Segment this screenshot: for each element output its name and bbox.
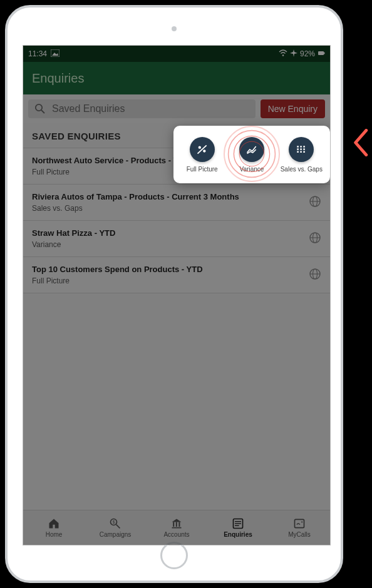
list-item[interactable]: Top 10 Customers Spend on Products - YTD…	[23, 256, 330, 293]
svg-rect-38	[304, 146, 306, 148]
nav-accounts[interactable]: Accounts	[146, 510, 207, 545]
tablet-frame: 11:34 92% Enquiries	[5, 5, 343, 583]
enquiry-type-popover: Full Picture Variance Sales vs. Gaps	[173, 126, 330, 183]
status-bar: 11:34 92%	[23, 46, 330, 62]
svg-rect-3	[318, 51, 324, 55]
nav-label: Home	[46, 531, 63, 538]
option-label: Variance	[240, 166, 264, 173]
new-enquiry-button[interactable]: New Enquiry	[261, 99, 325, 118]
list-item-title: Top 10 Customers Spend on Products - YTD	[32, 265, 309, 274]
app-header: Enquiries	[23, 62, 330, 94]
globe-icon	[309, 195, 321, 210]
svg-rect-19	[173, 522, 174, 527]
svg-rect-4	[324, 52, 325, 54]
home-icon	[48, 517, 60, 530]
svg-rect-37	[301, 151, 302, 153]
option-sales-vs-gaps[interactable]: Sales vs. Gaps	[277, 137, 326, 173]
toolbar: Saved Enquiries New Enquiry	[23, 94, 330, 123]
svg-rect-22	[172, 527, 182, 529]
bottom-nav: Home $ Campaigns Accounts Enquiries MyCa…	[23, 510, 330, 545]
option-label: Sales vs. Gaps	[281, 166, 323, 173]
svg-point-5	[36, 104, 42, 111]
svg-rect-32	[297, 146, 299, 148]
nav-label: MyCalls	[288, 531, 311, 538]
nav-home[interactable]: Home	[23, 510, 85, 545]
option-full-picture[interactable]: Full Picture	[178, 137, 227, 173]
svg-text:$: $	[113, 520, 115, 524]
list-item-sub: Full Picture	[32, 276, 309, 285]
svg-point-30	[203, 150, 205, 152]
svg-rect-40	[304, 151, 306, 153]
svg-rect-33	[297, 148, 299, 150]
device-screen: 11:34 92% Enquiries	[23, 45, 331, 545]
home-button[interactable]	[160, 542, 188, 569]
list-item[interactable]: Straw Hat Pizza - YTD Variance	[23, 220, 330, 256]
svg-rect-35	[301, 146, 302, 148]
svg-rect-21	[178, 522, 180, 527]
list-item-sub: Variance	[32, 240, 309, 249]
list-item[interactable]: Riviera Autos of Tampa - Products - Curr…	[23, 184, 330, 220]
wifi-icon	[279, 49, 287, 59]
sales-gaps-icon	[289, 137, 314, 162]
nav-label: Enquiries	[224, 531, 252, 538]
nav-enquiries[interactable]: Enquiries	[207, 510, 269, 545]
list-item-sub: Sales vs. Gaps	[32, 204, 309, 213]
globe-icon	[309, 231, 321, 246]
accounts-icon	[170, 517, 183, 530]
svg-rect-34	[297, 151, 299, 153]
nav-label: Accounts	[163, 531, 189, 538]
option-label: Full Picture	[187, 166, 218, 173]
svg-point-29	[198, 146, 200, 148]
nav-mycalls[interactable]: MyCalls	[269, 510, 330, 545]
full-picture-icon	[190, 137, 215, 162]
battery-percent: 92%	[300, 49, 315, 58]
svg-rect-39	[304, 148, 306, 150]
mycalls-icon	[293, 517, 306, 530]
campaigns-icon: $	[109, 517, 121, 530]
option-variance[interactable]: Variance	[227, 137, 276, 173]
svg-line-6	[41, 110, 44, 113]
variance-icon	[239, 137, 264, 162]
search-input[interactable]: Saved Enquiries	[28, 99, 256, 118]
svg-point-2	[282, 54, 284, 56]
svg-line-18	[116, 525, 120, 529]
list-item-title: Straw Hat Pizza - YTD	[32, 228, 309, 238]
nav-campaigns[interactable]: $ Campaigns	[85, 510, 146, 545]
enquiries-icon	[232, 517, 244, 530]
picture-icon	[51, 49, 59, 59]
svg-point-28	[301, 521, 302, 522]
globe-icon	[309, 268, 321, 283]
search-icon	[34, 103, 46, 114]
tutorial-chevron-icon	[351, 129, 369, 159]
svg-rect-20	[176, 522, 177, 527]
page-title: Enquiries	[32, 71, 84, 86]
svg-rect-36	[301, 148, 302, 150]
search-placeholder: Saved Enquiries	[52, 103, 125, 114]
status-time: 11:34	[28, 49, 47, 58]
camera-dot	[172, 26, 177, 31]
svg-marker-1	[52, 53, 58, 56]
nav-label: Campaigns	[100, 531, 132, 538]
airplane-icon	[290, 49, 297, 59]
list-item-title: Riviera Autos of Tampa - Products - Curr…	[32, 192, 309, 201]
battery-icon	[318, 49, 325, 59]
